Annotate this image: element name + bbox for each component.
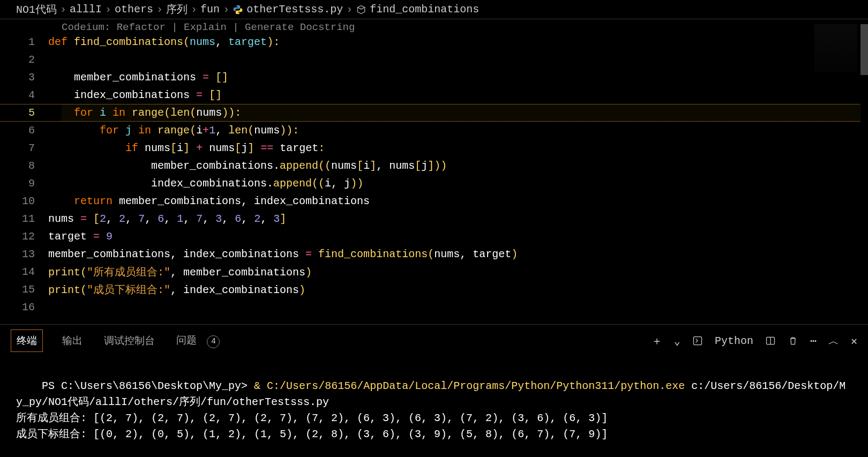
chevron-right-icon: › (346, 3, 353, 16)
problems-count-badge: 4 (207, 335, 220, 348)
trash-icon[interactable] (788, 335, 798, 347)
breadcrumb-item[interactable]: 序列 (166, 2, 188, 17)
code-content: print("所有成员组合:", member_combinations) (48, 265, 868, 279)
code-content: member_combinations = [] (48, 71, 868, 84)
tab-debug-console[interactable]: 调试控制台 (102, 329, 157, 352)
code-line[interactable]: 14print("所有成员组合:", member_combinations) (0, 263, 868, 281)
codelens-docstring[interactable]: Generate Docstring (245, 21, 355, 33)
line-number: 1 (0, 36, 48, 48)
code-content: index_combinations.append((i, j)) (48, 177, 868, 190)
code-content: def find_combinations(nums, target): (48, 36, 868, 48)
run-terminal-icon[interactable] (692, 335, 703, 347)
code-content: member_combinations.append((nums[i], num… (48, 160, 868, 172)
line-number: 7 (0, 142, 48, 154)
code-line[interactable]: 11nums = [2, 2, 7, 6, 1, 7, 3, 6, 2, 3] (0, 210, 868, 228)
line-number: 12 (0, 230, 48, 243)
breadcrumb-item[interactable]: others (115, 3, 153, 16)
code-line[interactable]: 13member_combinations, index_combination… (0, 245, 868, 263)
close-icon[interactable]: ✕ (851, 334, 857, 348)
code-line[interactable]: 1def find_combinations(nums, target): (0, 33, 868, 51)
panel-tabs: 终端 输出 调试控制台 问题 4 ＋ ⌄ Python ⋯ ︿ ✕ (0, 325, 868, 353)
chevron-right-icon: › (156, 3, 163, 16)
new-terminal-icon[interactable]: ＋ (652, 334, 662, 348)
code-content: if nums[i] + nums[j] == target: (48, 142, 868, 154)
line-number: 8 (0, 160, 48, 172)
panel-actions: ＋ ⌄ Python ⋯ ︿ ✕ (652, 334, 857, 348)
code-content: for i in range(len(nums)): (48, 107, 868, 119)
code-line[interactable]: 4 index_combinations = [] (0, 86, 868, 104)
code-line[interactable]: 7 if nums[i] + nums[j] == target: (0, 139, 868, 157)
chevron-up-icon[interactable]: ︿ (828, 334, 839, 348)
line-number: 3 (0, 71, 48, 84)
code-line[interactable]: 9 index_combinations.append((i, j)) (0, 175, 868, 192)
chevron-right-icon: › (223, 3, 229, 16)
code-content: return member_combinations, index_combin… (48, 195, 868, 207)
breadcrumb-item[interactable]: NO1代码 (16, 2, 57, 17)
shell-label[interactable]: Python (715, 335, 753, 347)
chevron-right-icon: › (105, 3, 111, 16)
line-number: 13 (0, 248, 48, 260)
breadcrumb-file[interactable]: otherTestsss.py (246, 3, 343, 16)
code-content: nums = [2, 2, 7, 6, 1, 7, 3, 6, 2, 3] (48, 213, 868, 225)
breadcrumb-item[interactable]: alllI (70, 3, 102, 16)
code-line[interactable]: 15print("成员下标组合:", index_combinations) (0, 281, 868, 298)
code-line[interactable]: 12target = 9 (0, 228, 868, 245)
split-terminal-icon[interactable] (765, 335, 776, 347)
breadcrumb-item[interactable]: fun (200, 3, 220, 16)
line-number: 15 (0, 283, 48, 296)
chevron-right-icon: › (60, 3, 66, 16)
terminal-prompt: PS C:\Users\86156\Desktop\My_py> (42, 380, 254, 392)
terminal-output[interactable]: PS C:\Users\86156\Desktop\My_py> & C:/Us… (0, 353, 868, 457)
code-line[interactable]: 16 (0, 298, 868, 316)
breadcrumb: NO1代码 › alllI › others › 序列 › fun › othe… (0, 0, 868, 19)
more-icon[interactable]: ⋯ (810, 334, 817, 348)
terminal-line: 成员下标组合: [(0, 2), (0, 5), (1, 2), (1, 5),… (16, 428, 608, 440)
terminal-line: 所有成员组合: [(2, 7), (2, 7), (2, 7), (2, 7),… (16, 412, 608, 424)
code-line[interactable]: 5 for i in range(len(nums)): (0, 104, 868, 122)
breadcrumb-symbol[interactable]: find_combinations (370, 3, 479, 16)
line-number: 4 (0, 89, 48, 101)
line-number: 16 (0, 301, 48, 313)
tab-problems[interactable]: 问题 4 (174, 329, 222, 353)
codelens: Codeium: Refactor | Explain | Generate D… (0, 19, 868, 33)
minimap[interactable] (814, 24, 857, 72)
line-number: 11 (0, 213, 48, 225)
scrollbar-thumb[interactable] (860, 24, 868, 75)
codelens-refactor[interactable]: Refactor (117, 21, 166, 33)
tab-terminal[interactable]: 终端 (11, 329, 43, 352)
code-line[interactable]: 3 member_combinations = [] (0, 69, 868, 86)
line-number: 10 (0, 195, 48, 207)
terminal-command-exe: C:/Users/86156/AppData/Local/Programs/Py… (267, 380, 685, 392)
python-file-icon (233, 3, 243, 16)
code-content: print("成员下标组合:", index_combinations) (48, 282, 868, 297)
codelens-prefix: Codeium: (62, 21, 117, 33)
code-line[interactable]: 2 (0, 51, 868, 69)
code-content: index_combinations = [] (48, 89, 868, 101)
bottom-panel: 终端 输出 调试控制台 问题 4 ＋ ⌄ Python ⋯ ︿ ✕ PS C:\… (0, 324, 868, 457)
line-number: 5 (0, 107, 48, 119)
codelens-explain[interactable]: Explain (184, 21, 227, 33)
chevron-right-icon: › (191, 3, 197, 16)
tab-output[interactable]: 输出 (60, 329, 85, 352)
terminal-command-amp: & (254, 380, 267, 392)
line-number: 9 (0, 177, 48, 190)
chevron-down-icon[interactable]: ⌄ (674, 334, 680, 348)
line-number: 2 (0, 54, 48, 66)
line-number: 14 (0, 266, 48, 278)
code-content: member_combinations, index_combinations … (48, 248, 868, 260)
code-line[interactable]: 6 for j in range(i+1, len(nums)): (0, 122, 868, 139)
code-content: for j in range(i+1, len(nums)): (48, 124, 868, 137)
code-line[interactable]: 10 return member_combinations, index_com… (0, 192, 868, 210)
code-content: target = 9 (48, 230, 868, 243)
symbol-function-icon (356, 3, 366, 16)
line-number: 6 (0, 124, 48, 137)
code-editor[interactable]: 1def find_combinations(nums, target):23 … (0, 33, 868, 316)
code-line[interactable]: 8 member_combinations.append((nums[i], n… (0, 157, 868, 175)
